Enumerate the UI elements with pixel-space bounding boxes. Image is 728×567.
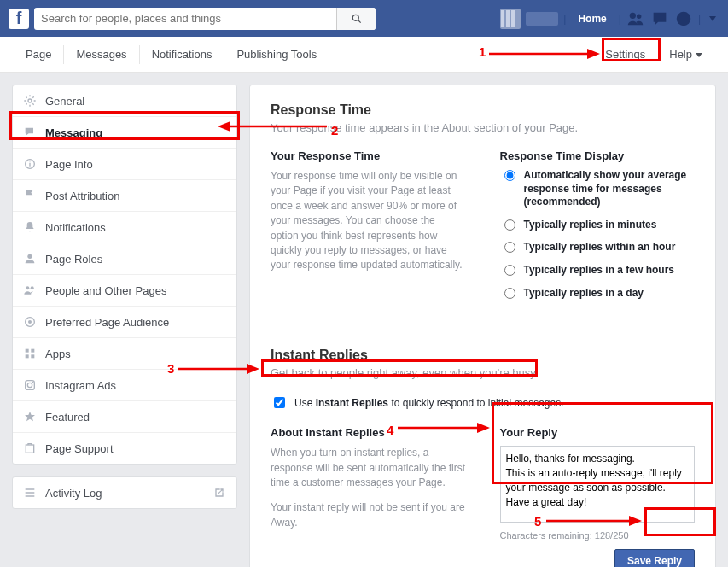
search-button[interactable] (336, 8, 376, 30)
radio-hour[interactable] (504, 242, 515, 253)
your-response-time-desc: Your response time will only be visible … (271, 169, 466, 273)
svg-point-9 (31, 286, 34, 289)
sidebar-item-apps[interactable]: Apps (13, 338, 236, 370)
svg-rect-19 (26, 445, 33, 453)
sidebar-item-label: Activity Log (45, 487, 102, 500)
chat-icon (23, 126, 37, 139)
instant-replies-away-note: Your instant reply will not be sent if y… (271, 500, 466, 530)
sidebar-item-featured[interactable]: Featured (13, 401, 236, 433)
sidebar-item-messaging[interactable]: Messaging (13, 117, 236, 149)
instant-replies-checkbox[interactable] (274, 397, 285, 408)
reply-textarea[interactable] (500, 446, 696, 523)
settings-sidebar: General Messaging Page Info Post Attribu… (12, 85, 237, 465)
tab-help[interactable]: Help (657, 37, 714, 73)
svg-point-17 (27, 383, 32, 387)
svg-point-18 (32, 382, 34, 383)
sidebar-item-page-support[interactable]: Page Support (13, 433, 236, 464)
search-input[interactable] (34, 12, 336, 25)
tab-settings[interactable]: Settings (593, 37, 657, 73)
sidebar-item-label: Preferred Page Audience (45, 316, 169, 329)
radio-minutes[interactable] (504, 219, 515, 231)
profile-name-blurred[interactable] (526, 12, 558, 26)
sidebar-item-page-info[interactable]: Page Info (13, 149, 236, 180)
svg-point-8 (26, 286, 29, 289)
svg-point-3 (28, 99, 32, 102)
sidebar-item-preferred-audience[interactable]: Preferred Page Audience (13, 307, 236, 338)
facebook-logo-icon[interactable]: f (9, 9, 29, 29)
sidebar-item-label: People and Other Pages (45, 284, 166, 297)
tab-publishing-tools[interactable]: Publishing Tools (224, 37, 329, 73)
export-icon (213, 486, 226, 500)
info-icon (23, 157, 37, 171)
characters-remaining: Characters remaining: 128/250 (500, 530, 696, 541)
your-response-time-heading: Your Response Time (271, 149, 466, 162)
sidebar-item-instagram-ads[interactable]: Instagram Ads (13, 370, 236, 401)
save-reply-button[interactable]: Save Reply (614, 549, 695, 567)
sidebar-item-people-pages[interactable]: People and Other Pages (13, 275, 236, 307)
sidebar-item-general[interactable]: General (13, 85, 236, 117)
radio-auto[interactable] (504, 170, 515, 181)
notifications-icon[interactable] (674, 9, 693, 28)
messages-icon[interactable] (650, 9, 669, 28)
support-icon (23, 441, 37, 455)
profile-thumbnail[interactable] (500, 9, 521, 29)
sidebar-item-label: Post Attribution (45, 190, 119, 202)
list-icon (23, 486, 37, 500)
friend-requests-icon[interactable] (626, 9, 645, 28)
home-link[interactable]: Home (571, 13, 613, 25)
svg-rect-14 (26, 354, 29, 358)
radio-label: Typically replies within an hour (524, 241, 676, 254)
radio-label: Typically replies in a few hours (524, 264, 675, 278)
radio-few-hours[interactable] (504, 265, 515, 276)
annotation-number-4: 4 (387, 423, 393, 437)
tab-messages[interactable]: Messages (64, 37, 138, 73)
tab-notifications[interactable]: Notifications (140, 37, 224, 73)
sidebar-item-notifications[interactable]: Notifications (13, 212, 236, 243)
sidebar-item-label: Page Info (45, 158, 93, 171)
search-bar (34, 8, 376, 30)
svg-rect-15 (31, 354, 34, 358)
sidebar-item-label: Page Support (45, 442, 114, 455)
instant-replies-heading: Instant Replies (271, 348, 695, 363)
radio-day[interactable] (504, 288, 515, 299)
svg-point-0 (352, 15, 358, 20)
target-icon (23, 315, 37, 329)
about-instant-replies-desc: When you turn on instant replies, a resp… (271, 446, 466, 490)
account-menu-caret-icon[interactable] (709, 16, 716, 21)
search-icon (351, 13, 363, 25)
sidebar-item-label: Notifications (45, 221, 106, 234)
annotation-number-5: 5 (534, 514, 541, 529)
instant-replies-sub: Get back to people right away, even when… (271, 366, 695, 379)
bell-icon (23, 220, 37, 234)
about-instant-replies-heading: About Instant Replies (271, 426, 466, 439)
star-icon (23, 410, 37, 424)
instant-replies-check-label: Use Instant Replies to quickly respond t… (294, 397, 563, 409)
response-time-display-heading: Response Time Display (500, 149, 696, 162)
person-icon (23, 252, 37, 266)
sidebar-item-label: Featured (45, 411, 90, 424)
page-subnav: Page Messages Notifications Publishing T… (0, 37, 728, 73)
instagram-icon (23, 378, 37, 392)
svg-point-2 (677, 11, 691, 26)
sidebar-item-activity-log[interactable]: Activity Log (13, 477, 236, 508)
sidebar-item-label: Instagram Ads (45, 379, 116, 392)
sidebar-item-label: General (45, 95, 84, 108)
annotation-number-1: 1 (479, 44, 486, 59)
chevron-down-icon (696, 53, 702, 57)
gear-icon (23, 94, 37, 108)
radio-label: Automatically show your average response… (524, 169, 696, 209)
svg-point-11 (28, 320, 32, 324)
response-time-heading: Response Time (271, 102, 695, 118)
apps-icon (23, 347, 37, 360)
tab-page[interactable]: Page (14, 37, 63, 73)
svg-rect-12 (26, 349, 29, 353)
sidebar-item-post-attribution[interactable]: Post Attribution (13, 180, 236, 212)
radio-label: Typically replies in a day (524, 287, 644, 301)
svg-point-6 (29, 161, 31, 162)
sidebar-item-label: Page Roles (45, 253, 102, 266)
topbar: f | Home | | (0, 0, 728, 37)
annotation-number-3: 3 (167, 361, 174, 376)
svg-line-1 (358, 20, 360, 22)
sidebar-item-label: Messaging (45, 126, 102, 139)
sidebar-item-page-roles[interactable]: Page Roles (13, 243, 236, 275)
